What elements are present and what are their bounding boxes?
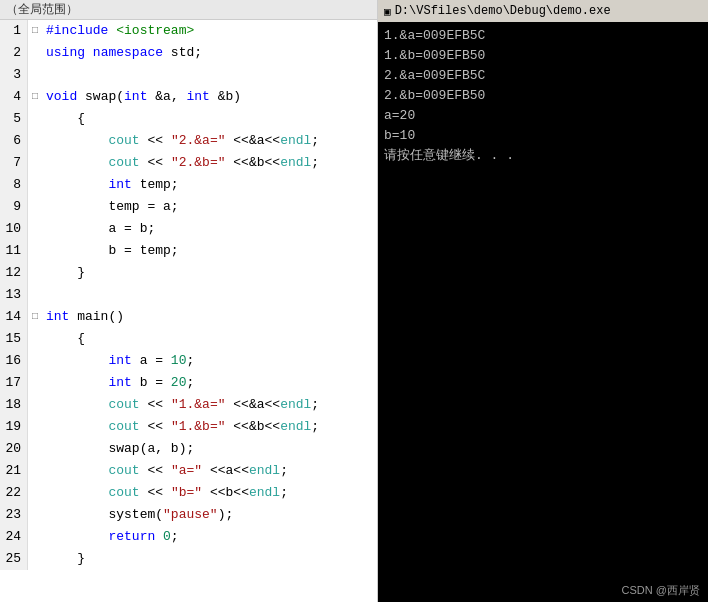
code-text: cout << "b=" <<b<<endl;: [42, 482, 288, 504]
code-line: 19 cout << "1.&b=" <<&b<<endl;: [0, 416, 377, 438]
code-line: 18 cout << "1.&a=" <<&a<<endl;: [0, 394, 377, 416]
output-line: 2.&a=009EFB5C: [384, 66, 702, 86]
output-line: a=20: [384, 106, 702, 126]
code-text: system("pause");: [42, 504, 233, 526]
code-text: cout << "1.&b=" <<&b<<endl;: [42, 416, 319, 438]
line-number: 17: [0, 372, 28, 394]
output-line: 1.&b=009EFB50: [384, 46, 702, 66]
code-text: void swap(int &a, int &b): [42, 86, 241, 108]
line-number: 12: [0, 262, 28, 284]
code-line: 10 a = b;: [0, 218, 377, 240]
line-number: 21: [0, 460, 28, 482]
code-text: return 0;: [42, 526, 179, 548]
code-line: 9 temp = a;: [0, 196, 377, 218]
code-lines: 1 □ #include <iostream> 2 using namespac…: [0, 20, 377, 570]
output-panel: ▣ D:\VSfiles\demo\Debug\demo.exe 1.&a=00…: [378, 0, 708, 602]
main-container: （全局范围） 1 □ #include <iostream> 2 using n…: [0, 0, 708, 602]
line-number: 4: [0, 86, 28, 108]
code-text: swap(a, b);: [42, 438, 194, 460]
code-line: 5 {: [0, 108, 377, 130]
line-number: 2: [0, 42, 28, 64]
code-text: #include <iostream>: [42, 20, 194, 42]
output-path: D:\VSfiles\demo\Debug\demo.exe: [395, 4, 611, 18]
line-number: 13: [0, 284, 28, 306]
line-number: 14: [0, 306, 28, 328]
watermark: CSDN @西岸贤: [622, 583, 700, 598]
line-number: 7: [0, 152, 28, 174]
line-number: 25: [0, 548, 28, 570]
line-number: 9: [0, 196, 28, 218]
code-text: a = b;: [42, 218, 155, 240]
scope-label: （全局范围）: [6, 1, 78, 18]
line-number: 10: [0, 218, 28, 240]
output-icon: ▣: [384, 5, 391, 18]
output-line: 2.&b=009EFB50: [384, 86, 702, 106]
code-line: 21 cout << "a=" <<a<<endl;: [0, 460, 377, 482]
content-area: （全局范围） 1 □ #include <iostream> 2 using n…: [0, 0, 708, 602]
line-number: 1: [0, 20, 28, 42]
output-title-bar: ▣ D:\VSfiles\demo\Debug\demo.exe: [378, 0, 708, 22]
line-number: 8: [0, 174, 28, 196]
output-line: 请按任意键继续. . .: [384, 146, 702, 166]
code-line: 20 swap(a, b);: [0, 438, 377, 460]
code-text: }: [42, 262, 85, 284]
code-text: b = temp;: [42, 240, 179, 262]
line-number: 16: [0, 350, 28, 372]
code-line: 6 cout << "2.&a=" <<&a<<endl;: [0, 130, 377, 152]
output-content[interactable]: 1.&a=009EFB5C 1.&b=009EFB50 2.&a=009EFB5…: [378, 22, 708, 602]
code-text: using namespace std;: [42, 42, 202, 64]
code-line: 12 }: [0, 262, 377, 284]
code-content[interactable]: 1 □ #include <iostream> 2 using namespac…: [0, 20, 377, 602]
code-text: int temp;: [42, 174, 179, 196]
code-line: 25 }: [0, 548, 377, 570]
scope-bar: （全局范围）: [0, 0, 377, 20]
output-line: 1.&a=009EFB5C: [384, 26, 702, 46]
code-text: int main(): [42, 306, 124, 328]
collapse-btn[interactable]: □: [28, 306, 42, 328]
code-line: 3: [0, 64, 377, 86]
code-text: cout << "2.&b=" <<&b<<endl;: [42, 152, 319, 174]
line-number: 6: [0, 130, 28, 152]
code-line: 1 □ #include <iostream>: [0, 20, 377, 42]
code-line: 22 cout << "b=" <<b<<endl;: [0, 482, 377, 504]
collapse-btn[interactable]: □: [28, 86, 42, 108]
code-line: 14 □ int main(): [0, 306, 377, 328]
code-text: int a = 10;: [42, 350, 194, 372]
line-number: 5: [0, 108, 28, 130]
code-line: 23 system("pause");: [0, 504, 377, 526]
code-text: {: [42, 108, 85, 130]
code-text: temp = a;: [42, 196, 179, 218]
line-number: 15: [0, 328, 28, 350]
line-number: 11: [0, 240, 28, 262]
output-line: b=10: [384, 126, 702, 146]
line-number: 20: [0, 438, 28, 460]
code-line: 4 □ void swap(int &a, int &b): [0, 86, 377, 108]
line-number: 22: [0, 482, 28, 504]
code-text: cout << "1.&a=" <<&a<<endl;: [42, 394, 319, 416]
code-line: 17 int b = 20;: [0, 372, 377, 394]
code-line: 8 int temp;: [0, 174, 377, 196]
code-text: cout << "2.&a=" <<&a<<endl;: [42, 130, 319, 152]
code-text: }: [42, 548, 85, 570]
code-text: int b = 20;: [42, 372, 194, 394]
code-line: 2 using namespace std;: [0, 42, 377, 64]
code-line: 7 cout << "2.&b=" <<&b<<endl;: [0, 152, 377, 174]
collapse-btn[interactable]: □: [28, 20, 42, 42]
code-line: 15 {: [0, 328, 377, 350]
line-number: 18: [0, 394, 28, 416]
code-line: 24 return 0;: [0, 526, 377, 548]
line-number: 19: [0, 416, 28, 438]
code-text: {: [42, 328, 85, 350]
code-panel: （全局范围） 1 □ #include <iostream> 2 using n…: [0, 0, 378, 602]
line-number: 3: [0, 64, 28, 86]
line-number: 23: [0, 504, 28, 526]
code-line: 13: [0, 284, 377, 306]
code-text: cout << "a=" <<a<<endl;: [42, 460, 288, 482]
line-number: 24: [0, 526, 28, 548]
code-line: 11 b = temp;: [0, 240, 377, 262]
code-line: 16 int a = 10;: [0, 350, 377, 372]
